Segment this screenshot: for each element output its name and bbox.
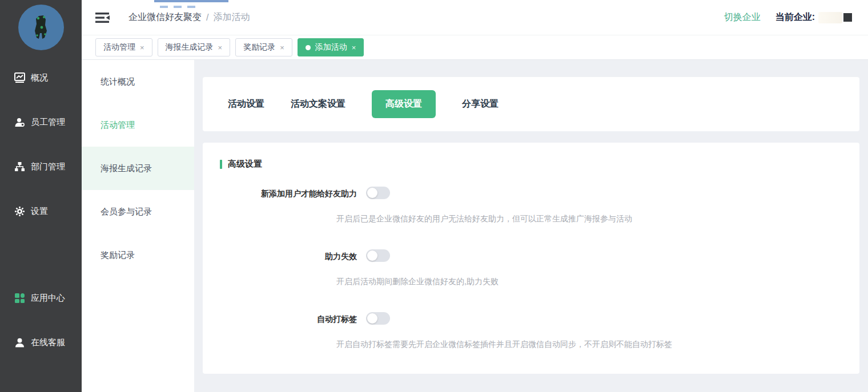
submenu-label: 奖励记录 xyxy=(101,250,135,261)
tab-share-settings[interactable]: 分享设置 xyxy=(462,98,499,110)
advanced-settings-card: 高级设置 新添加用户才能给好友助力 开启后已是企业微信好友的用户无法给好友助力，… xyxy=(203,143,859,374)
customer-service-icon xyxy=(14,337,25,348)
submenu-label: 会员参与记录 xyxy=(101,207,152,217)
tag-activity-management[interactable]: 活动管理 × xyxy=(95,38,152,56)
submenu-item-poster-records[interactable]: 海报生成记录 xyxy=(82,147,194,190)
tab-copywriting-settings[interactable]: 活动文案设置 xyxy=(291,98,345,110)
sidebar-item-employees[interactable]: 员工管理 xyxy=(0,111,82,134)
sidebar-item-overview[interactable]: 概况 xyxy=(0,66,82,89)
collapse-menu-icon[interactable] xyxy=(95,11,110,24)
sidebar-item-label: 在线客服 xyxy=(31,337,65,348)
sidebar-item-label: 设置 xyxy=(31,206,48,217)
close-icon[interactable]: × xyxy=(352,43,356,52)
tag-label: 奖励记录 xyxy=(243,42,275,52)
close-icon[interactable]: × xyxy=(280,43,284,52)
company-logo xyxy=(843,13,852,22)
app-root: 概况 员工管理 部门管理 设置 xyxy=(0,0,868,392)
section-title: 高级设置 xyxy=(220,159,842,169)
toggle-auto-tag[interactable] xyxy=(366,312,390,325)
user-icon xyxy=(14,116,25,128)
toggle-new-user-assist[interactable] xyxy=(366,187,390,199)
toggle-knob xyxy=(367,188,377,198)
chart-icon xyxy=(14,72,25,83)
section-accent-bar xyxy=(220,160,222,169)
submenu-item-stats-overview[interactable]: 统计概况 xyxy=(82,60,194,103)
apps-grid-icon xyxy=(14,292,25,304)
breadcrumb-root[interactable]: 企业微信好友聚变 xyxy=(128,11,202,23)
sidebar-item-online-service[interactable]: 在线客服 xyxy=(0,331,82,354)
close-icon[interactable]: × xyxy=(140,43,144,52)
primary-sidebar: 概况 员工管理 部门管理 设置 xyxy=(0,0,82,392)
sidebar-item-settings[interactable]: 设置 xyxy=(0,200,82,223)
tab-advanced-settings-active[interactable]: 高级设置 xyxy=(372,90,436,118)
avatar-figure-icon xyxy=(31,14,51,41)
header-right: 切换企业 当前企业: xyxy=(724,11,852,23)
form-row-new-user-assist: 新添加用户才能给好友助力 开启后已是企业微信好友的用户无法给好友助力，但可以正常… xyxy=(220,187,842,224)
submenu-label: 统计概况 xyxy=(101,76,135,87)
company-name-redacted xyxy=(818,12,842,23)
gear-icon xyxy=(14,205,25,217)
section-title-text: 高级设置 xyxy=(228,159,262,169)
form-help-text: 开启自动打标签需要先开启企业微信标签插件并且开启微信自动同步，不开启则不能自动打… xyxy=(336,340,672,350)
breadcrumb: 企业微信好友聚变 / 添加活动 xyxy=(128,11,250,23)
toggle-knob xyxy=(367,313,377,324)
sidebar-item-label: 应用中心 xyxy=(31,293,65,304)
form-row-assist-invalid: 助力失效 开启后活动期间删除企业微信好友的,助力失败 xyxy=(220,249,842,287)
active-tag-dot-icon xyxy=(306,45,311,50)
sidebar-item-app-center[interactable]: 应用中心 xyxy=(0,286,82,309)
form-control: 开启后已是企业微信好友的用户无法给好友助力，但可以正常生成推广海报参与活动 xyxy=(366,187,632,224)
submenu-item-member-participation[interactable]: 会员参与记录 xyxy=(82,190,194,233)
tag-reward-records[interactable]: 奖励记录 × xyxy=(235,38,292,56)
current-company: 当前企业: xyxy=(775,11,852,23)
form-row-auto-tag: 自动打标签 开启自动打标签需要先开启企业微信标签插件并且开启微信自动同步，不开启… xyxy=(220,312,842,350)
tag-add-activity-active[interactable]: 添加活动 × xyxy=(298,38,364,56)
opened-tags-bar: 活动管理 × 海报生成记录 × 奖励记录 × 添加活动 × xyxy=(82,35,868,60)
main-region: 企业微信好友聚变 / 添加活动 切换企业 当前企业: 活动管理 × 海报生成记录 xyxy=(82,0,868,392)
sidebar-item-departments[interactable]: 部门管理 xyxy=(0,155,82,178)
cutoff-browser-element xyxy=(154,0,228,2)
avatar[interactable] xyxy=(18,5,64,50)
sidebar-item-label: 员工管理 xyxy=(31,117,65,128)
sidebar-item-label: 概况 xyxy=(31,72,48,83)
toggle-knob xyxy=(367,250,377,261)
secondary-sidebar: 统计概况 活动管理 海报生成记录 会员参与记录 奖励记录 xyxy=(82,60,194,392)
tag-label: 添加活动 xyxy=(315,42,347,52)
submenu-label: 活动管理 xyxy=(101,120,135,131)
tab-activity-settings[interactable]: 活动设置 xyxy=(228,98,264,110)
form-help-text: 开启后已是企业微信好友的用户无法给好友助力，但可以正常生成推广海报参与活动 xyxy=(336,214,632,224)
breadcrumb-current: 添加活动 xyxy=(213,11,250,23)
content-row: 统计概况 活动管理 海报生成记录 会员参与记录 奖励记录 活动设置 xyxy=(82,60,868,392)
form-control: 开启后活动期间删除企业微信好友的,助力失败 xyxy=(366,249,499,287)
form-help-text: 开启后活动期间删除企业微信好友的,助力失败 xyxy=(336,277,499,287)
breadcrumb-separator: / xyxy=(206,13,208,23)
submenu-item-reward-records[interactable]: 奖励记录 xyxy=(82,233,194,277)
top-header: 企业微信好友聚变 / 添加活动 切换企业 当前企业: xyxy=(82,0,868,35)
settings-tab-card: 活动设置 活动文案设置 高级设置 分享设置 xyxy=(203,77,859,131)
main-content: 活动设置 活动文案设置 高级设置 分享设置 高级设置 新添加用户才能给好友助力 xyxy=(194,60,868,392)
sidebar-item-label: 部门管理 xyxy=(31,161,65,172)
close-icon[interactable]: × xyxy=(218,43,223,52)
toggle-assist-invalid[interactable] xyxy=(366,249,390,262)
tag-label: 活动管理 xyxy=(103,42,135,52)
tag-label: 海报生成记录 xyxy=(166,42,214,52)
switch-company-link[interactable]: 切换企业 xyxy=(724,11,761,23)
current-company-label: 当前企业: xyxy=(775,11,815,23)
submenu-item-activity-management[interactable]: 活动管理 xyxy=(82,103,194,147)
org-tree-icon xyxy=(14,161,25,172)
tag-poster-records[interactable]: 海报生成记录 × xyxy=(158,38,231,56)
form-control: 开启自动打标签需要先开启企业微信标签插件并且开启微信自动同步，不开启则不能自动打… xyxy=(366,312,672,350)
submenu-label: 海报生成记录 xyxy=(101,163,152,174)
primary-menu: 概况 员工管理 部门管理 设置 xyxy=(0,66,82,354)
